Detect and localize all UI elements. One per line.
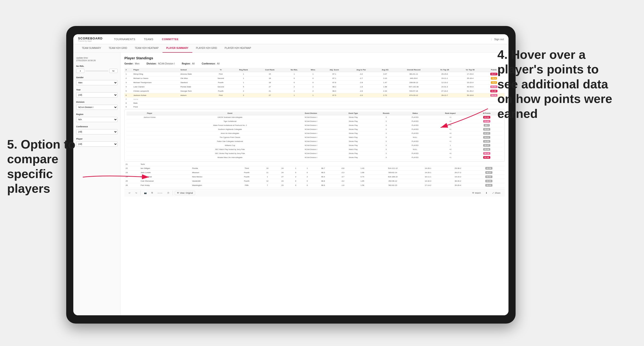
table-row-highlighted: 6 Jackson Kohan Auburn First 22711 67.5-… — [124, 93, 505, 98]
year-select[interactable]: (All) — [76, 92, 118, 98]
points-badge[interactable]: 80.89 — [490, 90, 497, 92]
nav-divider: | — [491, 38, 492, 41]
tooltip-row: The Cypress Point Classic NCAA Division … — [126, 135, 502, 139]
lower-standings-table: 21 Terhi 22 Ian Gilligan Florida Third 1… — [124, 163, 505, 187]
tooltip-row: SEC Stroke Play hosted by Jerry Pate NCA… — [126, 151, 502, 156]
table-row: 21 Terhi — [124, 163, 505, 166]
filter-gender-value: Men — [135, 62, 139, 65]
col-school: School — [179, 68, 211, 72]
points-badge[interactable]: 38.49 — [485, 184, 492, 186]
tt-col-rounds: Rounds — [372, 112, 400, 115]
sub-nav-team-h2h-heatmap[interactable]: TEAM H2H HEATMAP — [131, 44, 162, 53]
filter-region-label: Region: — [182, 62, 190, 65]
points-badge[interactable]: 60.94 — [490, 85, 497, 88]
sub-nav-player-h2h-grid[interactable]: PLAYER H2H GRID — [192, 44, 221, 53]
tt-points-badge[interactable]: 25.38 — [483, 148, 490, 151]
tt-points-badge[interactable]: 37.57 — [483, 132, 490, 135]
no-rds-max-input[interactable] — [109, 69, 118, 73]
view-original-btn[interactable]: 👁 View: Original — [175, 191, 195, 195]
filter-division: Division: NCAA Division I — [147, 62, 175, 65]
col-to-par: Avg to Par — [348, 68, 374, 72]
points-badge[interactable]: 40.02 — [485, 175, 492, 178]
sub-nav-player-summary[interactable]: PLAYER SUMMARY — [162, 44, 192, 53]
no-rds-min-input[interactable] — [76, 69, 84, 73]
logo-title: SCOREBOARD — [78, 37, 103, 40]
sub-nav-team-summary[interactable]: TEAM SUMMARY — [78, 44, 105, 53]
col-adj-score: Adj. Score — [321, 68, 348, 72]
dash-btn[interactable]: —·— — [156, 191, 164, 195]
col-vs-top50: Vs Top 50 — [458, 68, 483, 72]
points-badge[interactable]: 70.2 — [491, 81, 497, 84]
col-rank: # — [124, 68, 132, 72]
tt-col-event: Event — [173, 112, 287, 115]
redo-btn[interactable]: ↪ — [134, 191, 138, 195]
tooltip-row: Williams Cup NCAA Division IStroke Play … — [126, 143, 502, 147]
eye-icon: 👁 — [177, 192, 179, 194]
division-select[interactable]: NCAA Division I — [76, 105, 118, 110]
table-row: 25 Cole Sherwood Vanderbilt Fourth 12240… — [124, 179, 505, 183]
arrow-5-icon — [80, 168, 156, 186]
tt-points-badge[interactable]: 34.11 — [483, 136, 490, 139]
filter-division-label: Division: — [147, 62, 156, 65]
region-select[interactable]: N/A — [76, 117, 118, 122]
filter-division-value: NCAA Division I — [158, 62, 175, 65]
gender-select[interactable]: Men Women — [76, 80, 118, 85]
sub-nav-team-h2h-grid[interactable]: TEAM H2H GRID — [105, 44, 131, 53]
watch-btn[interactable]: 👁 Watch — [471, 191, 482, 195]
table-row: 4 Luke Clanton Florida State Second 5272… — [124, 85, 505, 89]
tt-col-type: Event Type — [335, 112, 372, 115]
tt-col-player: Player — [126, 112, 173, 115]
annotation-4: 4. Hover over a player's points to see a… — [497, 47, 620, 121]
filter-conference: Conference: All — [202, 62, 220, 65]
sign-out-link[interactable]: Sign out — [494, 38, 504, 41]
tt-points-badge[interactable]: 66.40 — [483, 156, 490, 159]
table-row: 23 Jack Lundin Missouri Fourth 112400 68… — [124, 171, 505, 175]
undo-btn[interactable]: ↩ — [127, 191, 132, 195]
annotation-5: 5. Option to compare specific players — [7, 137, 92, 196]
standings-table: # Player School Yr Reg Rank Conf Rank No… — [124, 68, 505, 109]
points-badge[interactable]: 39.95 — [485, 180, 492, 182]
share-btn[interactable]: ⤢ Share — [491, 191, 502, 195]
gender-section: Gender Men Women — [76, 76, 118, 85]
tt-points-badge[interactable]: 30.47 — [483, 144, 490, 147]
table-row: 26 Petr Hruby Washington Fifth 72300 68.… — [124, 183, 505, 187]
nav-teams[interactable]: TEAMS — [140, 34, 158, 44]
conference-section: Conference (All) — [76, 125, 118, 134]
download-btn[interactable]: ⬇ — [484, 191, 489, 195]
filter-region: Region: All — [182, 62, 195, 65]
no-rds-section: No Rds. — [76, 65, 118, 73]
sub-nav: TEAM SUMMARY TEAM H2H GRID TEAM H2H HEAT… — [73, 44, 508, 53]
conference-select[interactable]: (All) — [76, 129, 118, 134]
table-row: 24 Bastien Amat New Mexico Fourth 12722 … — [124, 175, 505, 179]
watch-label: Watch — [475, 192, 481, 194]
tooltip-row: SEC Match Play hosted by Jerry Pate NCAA… — [126, 147, 502, 151]
copy-btn[interactable]: ⧉ — [150, 191, 154, 195]
clock-btn[interactable]: ⏱ — [166, 191, 171, 195]
points-badge[interactable]: 76.3 — [491, 77, 497, 80]
points-badge[interactable]: 40.27 — [485, 171, 492, 174]
nav-committee[interactable]: COMMITTEE — [158, 34, 183, 44]
col-wins: Wins — [305, 68, 321, 72]
nav-tournaments[interactable]: TOURNAMENTS — [110, 34, 140, 44]
tt-points-badge[interactable]: 56.18 — [483, 152, 490, 155]
no-rds-slider — [76, 69, 118, 73]
tooltip-row: Fallen Oak Collegiate Invitational NCAA … — [126, 139, 502, 143]
tt-points-badge[interactable]: 16.50 — [483, 140, 490, 143]
watch-icon: 👁 — [472, 192, 474, 194]
table-row: 5 Christo Lamprecht Georgia Tech Fourth … — [124, 89, 505, 93]
sub-nav-player-h2h-heatmap[interactable]: PLAYER H2H HEATMAP — [221, 44, 255, 53]
logo-area: SCOREBOARD Powered by clippd — [78, 37, 103, 42]
nav-items: TOURNAMENTS TEAMS COMMITTEE — [110, 34, 491, 44]
view-label: View: Original — [180, 192, 193, 194]
camera-btn[interactable]: 📷 — [142, 191, 148, 195]
division-section: Division NCAA Division I — [76, 101, 118, 110]
conference-label: Conference — [76, 125, 118, 128]
gender-label: Gender — [76, 76, 118, 79]
nav-bar: SCOREBOARD Powered by clippd TOURNAMENTS… — [73, 34, 508, 44]
points-badge[interactable]: 40.58 — [485, 167, 492, 170]
right-panel: Player Standings Gender: Men Division: N… — [120, 53, 508, 315]
points-badge-highlighted[interactable]: 58.18 — [490, 94, 497, 97]
points-badge[interactable]: 88.27 — [490, 73, 497, 75]
col-vs-top25: Vs Top 25 — [432, 68, 458, 72]
update-time-section: Update time: 27/01/2024 16:56:26 — [76, 56, 118, 62]
